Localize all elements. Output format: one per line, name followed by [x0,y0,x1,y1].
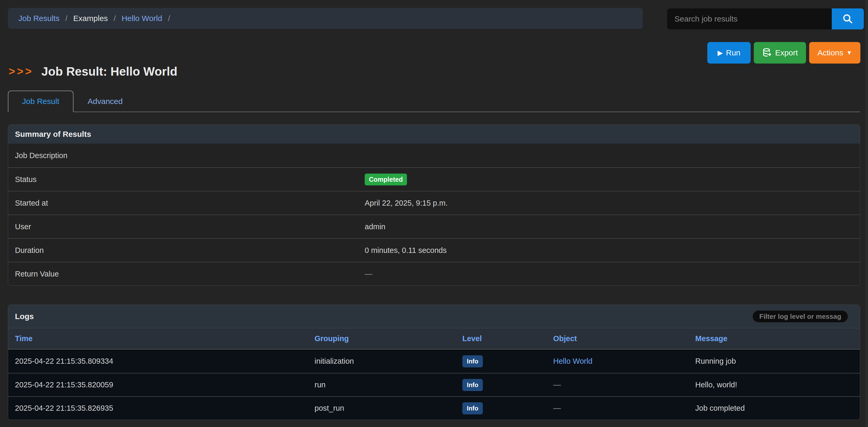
summary-row-return-value: Return Value — [8,262,860,285]
summary-row-user: User admin [8,215,860,238]
vertical-scrollbar[interactable] [865,0,868,427]
log-filter-input[interactable] [753,311,848,322]
actions-button-label: Actions [817,48,843,57]
page-title: Job Result: Hello World [41,64,178,79]
log-object-empty: — [546,404,688,413]
logs-card-title: Logs [15,312,34,321]
table-row: 2025-04-22 21:15:35.826935 post_run Info… [8,396,860,420]
table-row: 2025-04-22 21:15:35.820059 run Info — He… [8,373,860,396]
summary-row-status: Status Completed [8,167,860,191]
column-header-message[interactable]: Message [688,334,860,343]
run-button-label: Run [726,48,740,57]
search-input[interactable] [667,8,832,29]
summary-value: April 22, 2025, 9:15 p.m. [365,199,448,208]
log-object-empty: — [546,380,688,389]
page-title-row: >>> Job Result: Hello World [9,62,178,80]
log-time: 2025-04-22 21:15:35.809334 [8,357,308,366]
play-icon: ▶ [718,49,723,57]
info-badge: Info [462,379,483,391]
database-export-icon [762,48,772,58]
actions-button[interactable]: Actions ▼ [809,42,860,64]
summary-value: 0 minutes, 0.11 seconds [365,246,446,255]
column-header-object[interactable]: Object [546,334,688,343]
column-header-level[interactable]: Level [456,334,546,343]
summary-card-header: Summary of Results [8,125,860,144]
breadcrumb-separator: / [168,14,170,23]
logs-table-header: Time Grouping Level Object Message [8,328,860,349]
summary-row-started-at: Started at April 22, 2025, 9:15 p.m. [8,191,860,215]
info-badge: Info [462,402,483,415]
breadcrumb-item-examples: Examples [73,14,108,23]
summary-label: Duration [8,246,365,255]
summary-label: Job Description [8,151,365,160]
tab-job-result[interactable]: Job Result [8,91,73,112]
search-icon [842,13,854,25]
log-message: Hello, world! [688,380,860,389]
summary-label: Started at [8,199,365,208]
breadcrumb-separator: / [65,14,67,23]
chevron-down-icon: ▼ [846,49,852,56]
column-header-grouping[interactable]: Grouping [308,334,456,343]
log-message: Job completed [688,404,860,413]
breadcrumb-link-hello-world[interactable]: Hello World [122,14,162,23]
log-grouping: initialization [308,357,456,366]
logs-card: Logs Time Grouping Level Object Message … [8,305,860,420]
export-button-label: Export [775,48,798,57]
column-header-time[interactable]: Time [8,334,308,343]
log-message: Running job [688,357,860,366]
status-badge: Completed [365,174,407,185]
search-button[interactable] [832,8,864,29]
summary-label: Return Value [8,270,365,278]
breadcrumb: Job Results / Examples / Hello World / [8,8,643,29]
run-button[interactable]: ▶ Run [707,42,751,64]
summary-value: admin [365,222,385,231]
title-chevrons-icon: >>> [9,65,34,78]
summary-row-duration: Duration 0 minutes, 0.11 seconds [8,238,860,262]
log-grouping: run [308,380,456,389]
toolbar: ▶ Run Export Actions ▼ [707,42,860,64]
summary-label: User [8,222,365,231]
log-object-link[interactable]: Hello World [553,357,592,365]
summary-card: Summary of Results Job Description Statu… [8,124,860,286]
summary-row-job-description: Job Description [8,144,860,167]
tab-advanced[interactable]: Advanced [73,91,137,112]
logs-card-header: Logs [8,305,860,328]
breadcrumb-link-job-results[interactable]: Job Results [19,14,60,23]
tab-bar: Job Result Advanced [8,91,860,112]
search-bar [667,8,864,29]
info-badge: Info [462,355,483,367]
log-grouping: post_run [308,404,456,413]
table-row: 2025-04-22 21:15:35.809334 initializatio… [8,349,860,373]
summary-label: Status [8,175,365,184]
breadcrumb-separator: / [114,14,116,23]
log-time: 2025-04-22 21:15:35.826935 [8,404,308,413]
summary-value: — [365,270,372,278]
log-time: 2025-04-22 21:15:35.820059 [8,380,308,389]
export-button[interactable]: Export [754,42,806,64]
